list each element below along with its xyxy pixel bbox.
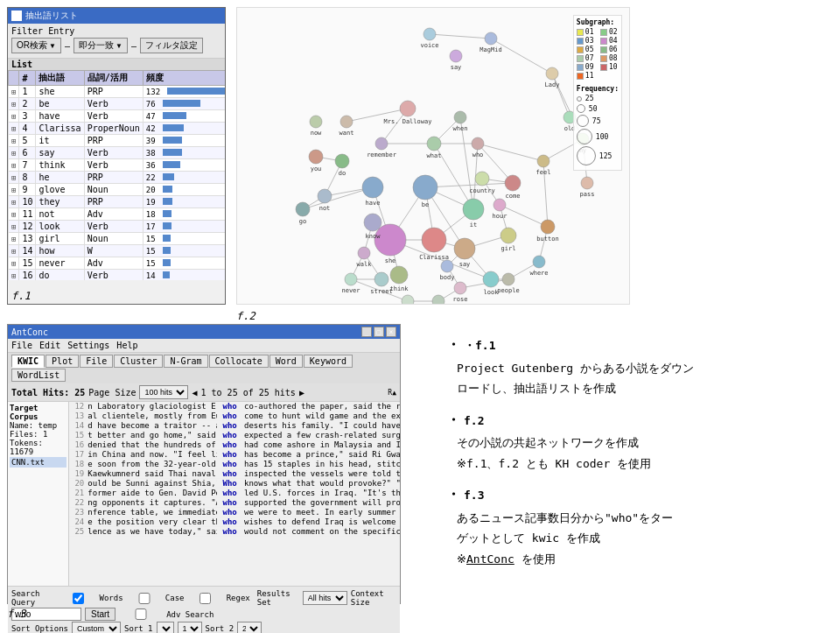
table-row[interactable]: ⊞ 12 look Verb 17 <box>9 221 226 233</box>
table-row[interactable]: ⊞ 8 he PRP 22 <box>9 172 226 184</box>
table-row[interactable]: ⊞ 1 she PRP 132 <box>9 86 226 98</box>
expand-icon[interactable]: ⊞ <box>11 88 16 96</box>
menu-help[interactable]: Help <box>116 341 137 350</box>
expand-icon[interactable]: ⊞ <box>11 161 16 170</box>
node-body[interactable]: body <box>440 260 455 281</box>
kwic-row[interactable]: 25 lence as we have today," said Morais,… <box>69 527 400 537</box>
sort-options-select[interactable]: Custom <box>72 622 121 633</box>
row-word[interactable]: be <box>36 98 84 110</box>
table-row[interactable]: ⊞ 11 not Adv 18 <box>9 208 226 221</box>
words-checkbox[interactable] <box>60 593 95 604</box>
node-where[interactable]: where <box>529 256 548 277</box>
table-row[interactable]: ⊞ 9 glove Noun 20 <box>9 184 226 196</box>
or-search-btn[interactable]: OR検索 ▼ <box>11 38 61 53</box>
row-word[interactable]: it <box>36 135 84 147</box>
node-voice[interactable]: voice <box>420 28 438 49</box>
kwic-row[interactable]: 20 ould be Sunni against Shia," he said.… <box>69 479 400 489</box>
expand-icon[interactable]: ⊞ <box>11 149 16 158</box>
tab-kwic[interactable]: KWIC <box>11 355 45 368</box>
node-she[interactable]: she <box>374 224 406 264</box>
node-country[interactable]: country <box>469 172 495 194</box>
kwic-row[interactable]: 22 ng opponents it captures. "Anybody wh… <box>69 498 400 508</box>
tab-file[interactable]: File <box>80 355 113 368</box>
node-not[interactable]: not <box>318 189 332 212</box>
adv-search-checkbox[interactable] <box>119 608 163 620</box>
expand-icon[interactable]: ⊞ <box>11 247 16 256</box>
kwic-row[interactable]: 17 in China and now. "I feel like a paup… <box>69 450 400 460</box>
node-what[interactable]: what <box>427 137 442 159</box>
node-girl[interactable]: girl <box>500 228 516 252</box>
table-row[interactable]: ⊞ 2 be Verb 76 <box>9 98 226 110</box>
start-button[interactable]: Start <box>85 608 116 621</box>
tab-word[interactable]: Word <box>270 355 303 368</box>
node-Mrs_Dalloway[interactable]: Mrs. Dalloway <box>384 101 432 125</box>
minimize-btn[interactable]: _ <box>361 327 372 337</box>
expand-icon[interactable]: ⊞ <box>11 271 16 280</box>
node-think[interactable]: think <box>389 266 409 292</box>
table-row[interactable]: ⊞ 13 girl Noun 15 <box>9 233 226 245</box>
node-come[interactable]: come <box>505 175 521 200</box>
node-be[interactable]: be <box>413 175 438 208</box>
word-list-container[interactable]: # 抽出語 品詞/活用 頻度 ⊞ 1 she PRP 132 ⊞ 2 be Ve… <box>8 70 225 280</box>
regex-checkbox[interactable] <box>187 593 222 604</box>
row-word[interactable]: do <box>36 270 84 281</box>
node-when[interactable]: when <box>453 111 468 132</box>
kwic-row[interactable]: 13 al clientele, mostly from Europe, are… <box>69 411 400 421</box>
node-feel[interactable]: feel <box>536 155 551 176</box>
row-word[interactable]: they <box>36 196 84 208</box>
table-row[interactable]: ⊞ 15 never Adv 15 <box>9 257 226 270</box>
expand-icon[interactable]: ⊞ <box>11 210 16 219</box>
row-word[interactable]: girl <box>36 233 84 245</box>
node-have[interactable]: have <box>362 177 383 207</box>
node-Clarissa[interactable]: Clarissa <box>419 228 449 261</box>
maximize-btn[interactable]: □ <box>374 327 384 337</box>
menu-settings[interactable]: Settings <box>67 341 109 350</box>
results-set-select[interactable]: All hits <box>303 591 347 605</box>
row-word[interactable]: look <box>36 221 84 233</box>
case-checkbox[interactable] <box>127 593 162 604</box>
table-row[interactable]: ⊞ 4 Clarissa ProperNoun 42 <box>9 123 226 135</box>
expand-icon[interactable]: ⊞ <box>11 222 16 231</box>
expand-icon[interactable]: ⊞ <box>11 186 16 194</box>
node-who[interactable]: who <box>472 137 484 158</box>
table-row[interactable]: ⊞ 10 they PRP 19 <box>9 196 226 208</box>
node-counter[interactable]: counter <box>425 295 452 304</box>
sort1-dir[interactable]: 1R <box>178 622 202 633</box>
expand-icon[interactable]: ⊞ <box>11 235 16 243</box>
node-take[interactable]: take <box>401 295 416 304</box>
table-row[interactable]: ⊞ 3 have Verb 47 <box>9 110 226 123</box>
row-word[interactable]: have <box>36 110 84 123</box>
node-know[interactable]: know <box>364 214 382 240</box>
sort2-select[interactable]: 2R <box>237 622 262 633</box>
expand-icon[interactable]: ⊞ <box>11 100 16 109</box>
close-btn[interactable]: × <box>386 327 396 337</box>
sort1-select[interactable]: C <box>157 622 174 633</box>
expand-icon[interactable]: ⊞ <box>11 124 16 133</box>
kwic-table[interactable]: 12 n Laboratory glaciologist Eric Rignot… <box>69 402 400 586</box>
expand-icon[interactable]: ⊞ <box>11 137 16 145</box>
kwic-row[interactable]: 18 e soon from the 32-year-old Bosnian, … <box>69 460 400 469</box>
row-word[interactable]: how <box>36 245 84 257</box>
tab-collocate[interactable]: Collocate <box>209 355 269 368</box>
expand-icon[interactable]: ⊞ <box>11 198 16 207</box>
kwic-row[interactable]: 15 t better and go home," said Cushing, … <box>69 431 400 440</box>
expand-icon[interactable]: ⊞ <box>11 173 16 182</box>
row-word[interactable]: say <box>36 147 84 159</box>
menu-edit[interactable]: Edit <box>39 341 60 350</box>
row-word[interactable]: glove <box>36 184 84 196</box>
node-rose[interactable]: rose <box>453 282 468 303</box>
tab-cluster[interactable]: Cluster <box>114 355 163 368</box>
kwic-row[interactable]: 14 d have become a traitor -- a bad guy … <box>69 421 400 431</box>
node-hour[interactable]: hour <box>493 199 508 220</box>
expand-icon[interactable]: ⊞ <box>11 259 16 268</box>
table-row[interactable]: ⊞ 6 say Verb 38 <box>9 147 226 159</box>
table-row[interactable]: ⊞ 14 how W 15 <box>9 245 226 257</box>
row-word[interactable]: he <box>36 172 84 184</box>
node-now[interactable]: now <box>310 116 322 137</box>
col-pos[interactable]: 品詞/活用 <box>84 71 143 86</box>
row-word[interactable]: Clarissa <box>36 123 84 135</box>
menu-file[interactable]: File <box>11 341 32 350</box>
col-word[interactable]: 抽出語 <box>36 71 84 86</box>
corpus-file-cnn[interactable]: CNN.txt <box>10 457 66 468</box>
node-people[interactable]: people <box>497 273 519 294</box>
